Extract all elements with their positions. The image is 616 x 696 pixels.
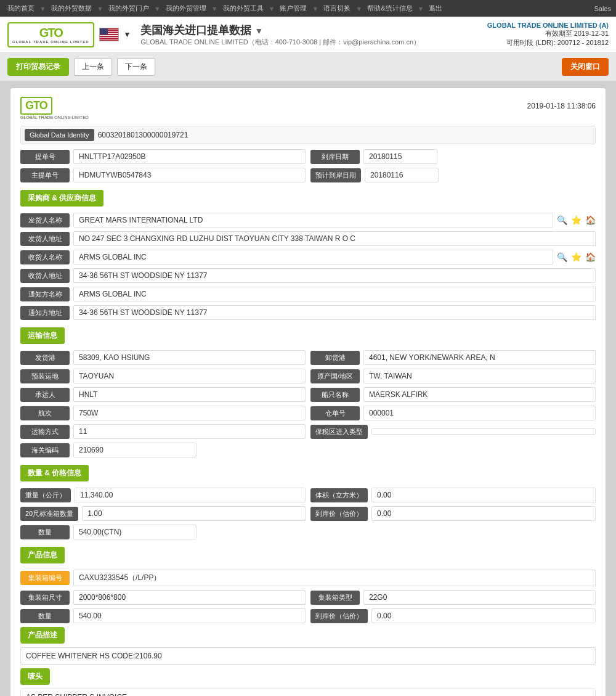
load-country-row: 预装运地 TAOYUAN 原产国/地区 TW, TAIWAN <box>20 369 596 383</box>
flag-icon[interactable] <box>99 28 119 41</box>
nav-items: 我的首页 ▼ 我的外贸数据 ▼ 我的外贸门户 ▼ 我的外贸管理 ▼ 我的外贸工具… <box>5 2 445 14</box>
logo-subtitle: GLOBAL TRADE ONLINE LIMITED <box>12 40 89 44</box>
card-datetime: 2019-01-18 11:38:06 <box>527 102 596 110</box>
container-size-col: 集装箱尺寸 2000*806*800 <box>20 590 306 605</box>
top-nav: 我的首页 ▼ 我的外贸数据 ▼ 我的外贸门户 ▼ 我的外贸管理 ▼ 我的外贸工具… <box>0 0 616 17</box>
quantity-value: 540.00(CTN) <box>73 525 197 539</box>
print-button[interactable]: 打印贸易记录 <box>7 58 69 76</box>
close-button[interactable]: 关闭窗口 <box>562 58 609 76</box>
voyage-value: 750W <box>73 406 306 420</box>
seller-home-icon[interactable]: 🏠 <box>585 215 596 225</box>
nav-tools[interactable]: 我的外贸工具 <box>221 2 266 14</box>
container-no-label: 集装箱编号 <box>20 571 70 585</box>
weight-col: 重量（公斤） 11,340.00 <box>20 488 306 502</box>
volume-value: 0.00 <box>371 488 596 502</box>
vessel-col: 船只名称 MAERSK ALFIRK <box>310 387 596 402</box>
card-header: GTO GLOBAL TRADE ONLINE LIMITED 2019-01-… <box>20 97 596 120</box>
transport-mode-label: 运输方式 <box>20 425 70 439</box>
transport-mode-col: 运输方式 11 <box>20 424 306 439</box>
bill-no-col: 提单号 HNLTTP17A02950B <box>20 149 306 164</box>
buyer-seller-section: 采购商 & 供应商信息 发货人名称 GREAT MARS INTERNATION… <box>20 190 596 320</box>
container-type-label: 集装箱类型 <box>310 591 360 605</box>
quantity-row: 数量 540.00(CTN) <box>20 525 596 539</box>
nav-account[interactable]: 账户管理 <box>277 2 309 14</box>
toolbar-top: 打印贸易记录 上一条 下一条 关闭窗口 <box>0 53 616 81</box>
arrival-date-col: 到岸日期 20180115 <box>310 149 596 164</box>
container-type-value: 22G0 <box>363 590 596 605</box>
load-place-label: 预装运地 <box>20 369 70 383</box>
container20-label: 20尺标准箱数量 <box>20 507 78 521</box>
seller-star-icon[interactable]: ⭐ <box>571 215 582 225</box>
marks-label: 唛头 <box>20 668 50 685</box>
warehouse-col: 仓单号 000001 <box>310 406 596 420</box>
bill-row-1: 提单号 HNLTTP17A02950B 到岸日期 20180115 <box>20 149 596 164</box>
nav-language[interactable]: 语言切换 <box>321 2 353 14</box>
ldr: 可用时段 (LDR): 200712 - 201812 <box>485 38 609 47</box>
buyer-star-icon[interactable]: ⭐ <box>571 252 582 262</box>
container20-price-row: 20尺标准箱数量 1.00 到岸价（估价） 0.00 <box>20 506 596 521</box>
seller-name-label: 发货人名称 <box>20 213 70 227</box>
notify-addr-row: 通知方地址 34-36 56TH ST WOODSIDE NY 11377 <box>20 305 596 320</box>
buyer-name-label: 收货人名称 <box>20 250 70 264</box>
quantity-label: 数量 <box>20 525 70 539</box>
buyer-addr-row: 收货人地址 34-36 56TH ST WOODSIDE NY 11377 <box>20 268 596 283</box>
quantity-section: 数量 & 价格信息 重量（公斤） 11,340.00 体积（立方米） 0.00 … <box>20 465 596 539</box>
transport-mode-value: 11 <box>73 424 306 439</box>
container-size-label: 集装箱尺寸 <box>20 591 70 605</box>
nav-portal[interactable]: 我的外贸门户 <box>106 2 152 14</box>
nav-logout[interactable]: 退出 <box>426 2 445 14</box>
origin-country-label: 原产国/地区 <box>310 369 360 383</box>
expected-arrival-value: 20180116 <box>365 168 439 182</box>
page-header: GTO GLOBAL TRADE ONLINE LIMITED ▼ 美国海关进口… <box>0 17 616 53</box>
port-row: 发货港 58309, KAO HSIUNG 卸货港 4601, NEW YORK… <box>20 350 596 365</box>
card-logo: GTO GLOBAL TRADE ONLINE LIMITED <box>20 97 89 120</box>
arrival-price-label: 到岸价（估价） <box>310 507 368 521</box>
product-qty-label: 数量 <box>20 609 70 623</box>
flag-dropdown[interactable]: ▼ <box>124 30 131 39</box>
nav-mgmt[interactable]: 我的外贸管理 <box>163 2 209 14</box>
buyer-search-icon[interactable]: 🔍 <box>557 252 567 262</box>
volume-col: 体积（立方米） 0.00 <box>310 488 596 502</box>
transport-bonded-row: 运输方式 11 保税区进入类型 <box>20 424 596 439</box>
product-header: 产品信息 <box>20 547 65 563</box>
load-place-value: TAOYUAN <box>73 369 306 383</box>
arrival-date-value: 20180115 <box>363 149 437 164</box>
marks-row: 唛头 <box>20 668 596 685</box>
product-section: 产品信息 集装箱编号 CAXU3233545（/L/PP） 集装箱尺寸 2000… <box>20 547 596 696</box>
nav-help[interactable]: 帮助&统计信息 <box>365 2 415 14</box>
main-content: GTO GLOBAL TRADE ONLINE LIMITED 2019-01-… <box>0 81 616 696</box>
dest-port-col: 卸货港 4601, NEW YORK/NEWARK AREA, N <box>310 350 596 365</box>
master-bill-col: 主提单号 HDMUTYWB0547843 <box>20 168 306 182</box>
global-data-identity-row: Global Data Identity 6003201801300000019… <box>20 126 596 144</box>
prev-button[interactable]: 上一条 <box>74 58 112 76</box>
voyage-label: 航次 <box>20 406 70 420</box>
buyer-home-icon[interactable]: 🏠 <box>585 252 596 262</box>
nav-trade-data[interactable]: 我的外贸数据 <box>49 2 94 14</box>
customs-code-label: 海关编码 <box>20 443 70 457</box>
product-price-col: 到岸价（估价） 0.00 <box>310 608 596 623</box>
weight-value: 11,340.00 <box>75 488 306 502</box>
origin-port-col: 发货港 58309, KAO HSIUNG <box>20 350 306 365</box>
product-qty-col: 数量 540.00 <box>20 608 306 623</box>
container-no-row: 集装箱编号 CAXU3233545（/L/PP） <box>20 570 596 586</box>
buyer-name-row: 收货人名称 ARMS GLOBAL INC 🔍 ⭐ 🏠 <box>20 250 596 264</box>
origin-country-col: 原产国/地区 TW, TAIWAN <box>310 369 596 383</box>
bonded-value <box>371 428 596 435</box>
carrier-label: 承运人 <box>20 388 70 402</box>
nav-home[interactable]: 我的首页 <box>5 2 37 14</box>
expected-arrival-col: 预计到岸日期 20180116 <box>310 168 596 182</box>
product-price-value: 0.00 <box>371 608 596 623</box>
buyer-name-value: ARMS GLOBAL INC <box>73 250 553 264</box>
company-name: GLOBAL TRADE ONLINE LIMITED (A) <box>485 22 609 29</box>
seller-name-row: 发货人名称 GREAT MARS INTERNATIONAL LTD 🔍 ⭐ 🏠 <box>20 213 596 227</box>
title-dropdown[interactable]: ▼ <box>254 26 263 36</box>
vessel-label: 船只名称 <box>310 388 360 402</box>
seller-search-icon[interactable]: 🔍 <box>557 215 567 225</box>
voyage-col: 航次 750W <box>20 406 306 420</box>
next-button[interactable]: 下一条 <box>117 58 155 76</box>
validity: 有效期至 2019-12-31 <box>485 29 609 38</box>
notify-name-label: 通知方名称 <box>20 287 70 301</box>
product-qty-value: 540.00 <box>73 608 306 623</box>
voyage-warehouse-row: 航次 750W 仓单号 000001 <box>20 406 596 420</box>
master-bill-value: HDMUTYWB0547843 <box>73 168 306 182</box>
